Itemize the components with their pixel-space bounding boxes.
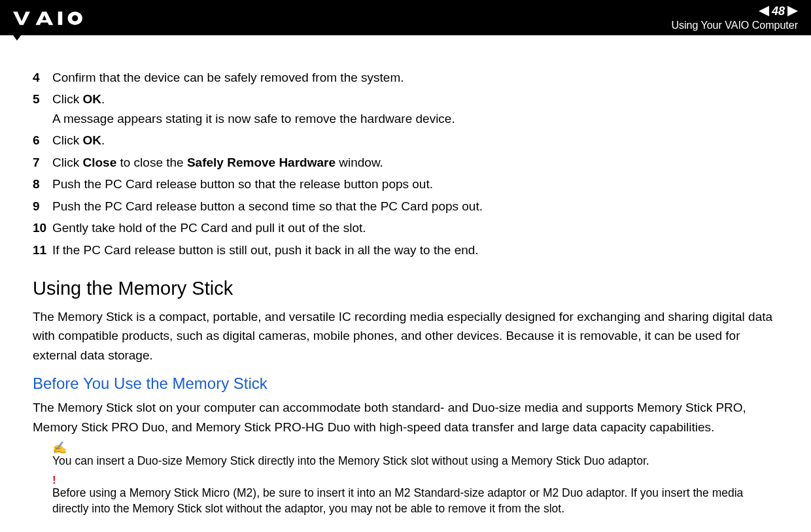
step-number: 11	[33, 241, 52, 259]
step-number: 4	[33, 68, 52, 87]
step-text: Gently take hold of the PC Card and pull…	[52, 218, 778, 237]
step-item: 9 Push the PC Card release button a seco…	[33, 197, 778, 216]
step-item: 4 Confirm that the device can be safely …	[33, 68, 778, 87]
header-right: 48 Using Your VAIO Computer	[671, 5, 798, 31]
step-number: 8	[33, 175, 52, 193]
page-nav: 48	[759, 5, 798, 18]
page-number: 48	[772, 5, 785, 18]
header-marker-icon	[13, 35, 21, 41]
note-text: Before using a Memory Stick Micro (M2), …	[52, 486, 778, 516]
step-text: Click OK.	[52, 131, 778, 150]
step-item: 8 Push the PC Card release button so tha…	[33, 175, 778, 193]
step-list: 4 Confirm that the device can be safely …	[33, 68, 778, 259]
step-text: Click Close to close the Safely Remove H…	[52, 153, 778, 172]
next-page-arrow-icon[interactable]	[787, 6, 798, 16]
vaio-logo	[13, 10, 98, 25]
svg-rect-0	[58, 12, 63, 25]
step-item: 11 If the PC Card release button is stil…	[33, 241, 778, 259]
step-number: 6	[33, 131, 52, 150]
heading-before-you-use: Before You Use the Memory Stick	[33, 371, 778, 395]
note-tip: ✍ You can insert a Duo-size Memory Stick…	[52, 442, 778, 469]
paragraph: The Memory Stick slot on your computer c…	[33, 398, 778, 437]
step-text: Push the PC Card release button a second…	[52, 197, 778, 216]
page-content: 4 Confirm that the device can be safely …	[0, 35, 811, 516]
pencil-note-icon: ✍	[52, 442, 778, 454]
step-number: 5	[33, 90, 52, 128]
note-text: You can insert a Duo-size Memory Stick d…	[52, 454, 778, 469]
step-item: 7 Click Close to close the Safely Remove…	[33, 153, 778, 172]
step-text: Click OK.A message appears stating it is…	[52, 90, 778, 128]
heading-using-memory-stick: Using the Memory Stick	[33, 274, 778, 303]
paragraph: The Memory Stick is a compact, portable,…	[33, 307, 778, 365]
step-item: 10 Gently take hold of the PC Card and p…	[33, 218, 778, 237]
step-text: If the PC Card release button is still o…	[52, 241, 778, 259]
prev-page-arrow-icon[interactable]	[759, 6, 769, 16]
step-number: 9	[33, 197, 52, 216]
note-warning: ! Before using a Memory Stick Micro (M2)…	[52, 474, 778, 516]
step-number: 7	[33, 153, 52, 172]
exclamation-warning-icon: !	[52, 474, 778, 486]
page-header: 48 Using Your VAIO Computer	[0, 0, 811, 35]
step-text: Push the PC Card release button so that …	[52, 175, 778, 193]
step-text: Confirm that the device can be safely re…	[52, 68, 778, 87]
step-number: 10	[33, 218, 52, 237]
step-item: 6 Click OK.	[33, 131, 778, 150]
section-label: Using Your VAIO Computer	[671, 20, 798, 31]
step-item: 5 Click OK.A message appears stating it …	[33, 90, 778, 128]
